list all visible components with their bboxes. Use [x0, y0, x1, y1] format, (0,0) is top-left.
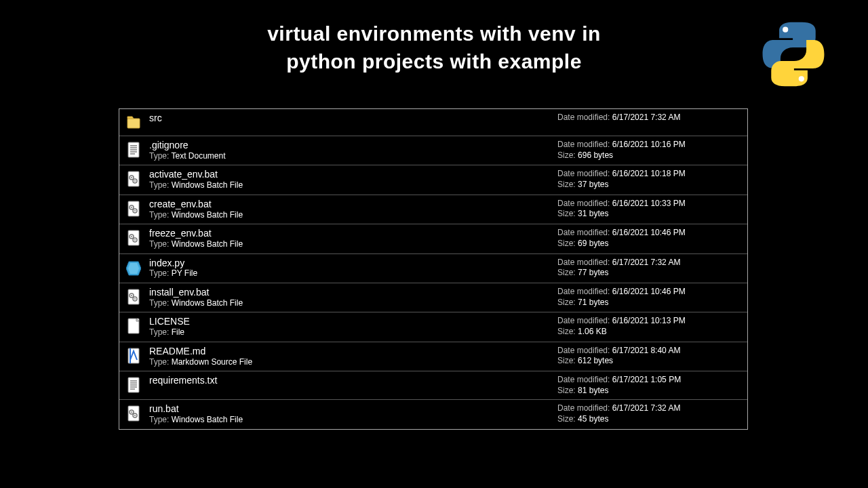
- file-name: create_env.bat: [149, 199, 557, 210]
- file-name: src: [149, 113, 557, 124]
- file-type: Type: Windows Batch File: [149, 239, 557, 250]
- md-icon: [123, 346, 144, 365]
- file-type: Type: File: [149, 327, 557, 338]
- file-row[interactable]: requirements.txtDate modified: 6/17/2021…: [119, 371, 747, 400]
- batch-icon: [123, 403, 144, 422]
- file-meta: Date modified: 6/16/2021 10:46 PMSize: 6…: [557, 228, 741, 249]
- file-meta: Date modified: 6/17/2021 7:32 AM: [557, 113, 741, 123]
- file-size: Size: 77 bytes: [557, 268, 741, 279]
- file-name-cell: src: [144, 113, 557, 124]
- file-meta: Date modified: 6/16/2021 10:33 PMSize: 3…: [557, 199, 741, 220]
- file-name: install_env.bat: [149, 287, 557, 298]
- file-icon: [123, 316, 144, 335]
- file-type: Type: PY File: [149, 268, 557, 279]
- file-size: Size: 612 bytes: [557, 356, 741, 367]
- file-size: Size: 696 bytes: [557, 150, 741, 161]
- file-type: Type: Windows Batch File: [149, 210, 557, 221]
- file-name-cell: .gitignoreType: Text Document: [144, 140, 557, 161]
- file-date-modified: Date modified: 6/17/2021 7:32 AM: [557, 113, 741, 123]
- file-size: Size: 45 bytes: [557, 414, 741, 425]
- file-meta: Date modified: 6/16/2021 10:13 PMSize: 1…: [557, 316, 741, 337]
- svg-point-0: [783, 27, 788, 33]
- file-row[interactable]: freeze_env.batType: Windows Batch FileDa…: [119, 224, 747, 253]
- file-name: .gitignore: [149, 140, 557, 151]
- text-icon: [123, 375, 144, 394]
- file-row[interactable]: srcDate modified: 6/17/2021 7:32 AM: [119, 109, 747, 136]
- batch-icon: [123, 287, 144, 306]
- file-row[interactable]: run.batType: Windows Batch FileDate modi…: [119, 400, 747, 428]
- folder-icon: [123, 113, 144, 131]
- svg-point-1: [799, 76, 804, 81]
- file-meta: Date modified: 6/17/2021 7:32 AMSize: 45…: [557, 403, 741, 424]
- file-date-modified: Date modified: 6/16/2021 10:18 PM: [557, 169, 741, 180]
- file-name: README.md: [149, 346, 557, 357]
- file-date-modified: Date modified: 6/16/2021 10:16 PM: [557, 140, 741, 150]
- file-name: requirements.txt: [149, 375, 557, 386]
- batch-icon: [123, 169, 144, 188]
- python-logo-icon: [760, 20, 827, 88]
- file-meta: Date modified: 6/17/2021 8:40 AMSize: 61…: [557, 346, 741, 367]
- file-date-modified: Date modified: 6/17/2021 8:40 AM: [557, 346, 741, 357]
- file-name: activate_env.bat: [149, 169, 557, 180]
- python-icon: [123, 258, 144, 277]
- file-date-modified: Date modified: 6/16/2021 10:46 PM: [557, 287, 741, 298]
- file-meta: Date modified: 6/16/2021 10:18 PMSize: 3…: [557, 169, 741, 190]
- file-name-cell: requirements.txt: [144, 375, 557, 386]
- batch-icon: [123, 228, 144, 247]
- title-line-1: virtual environments with venv in: [267, 22, 601, 45]
- file-row[interactable]: activate_env.batType: Windows Batch File…: [119, 165, 747, 195]
- file-date-modified: Date modified: 6/17/2021 7:32 AM: [557, 403, 741, 414]
- file-meta: Date modified: 6/16/2021 10:16 PMSize: 6…: [557, 140, 741, 161]
- file-name-cell: freeze_env.batType: Windows Batch File: [144, 228, 557, 249]
- file-row[interactable]: create_env.batType: Windows Batch FileDa…: [119, 195, 747, 224]
- file-name-cell: install_env.batType: Windows Batch File: [144, 287, 557, 308]
- file-size: Size: 31 bytes: [557, 209, 741, 220]
- file-date-modified: Date modified: 6/16/2021 10:33 PM: [557, 199, 741, 209]
- file-row[interactable]: install_env.batType: Windows Batch FileD…: [119, 283, 747, 312]
- file-name: LICENSE: [149, 316, 557, 327]
- file-size: Size: 71 bytes: [557, 298, 741, 308]
- page-title: virtual environments with venv in python…: [0, 20, 868, 75]
- file-name-cell: activate_env.batType: Windows Batch File: [144, 169, 557, 190]
- file-name: freeze_env.bat: [149, 228, 557, 239]
- file-meta: Date modified: 6/16/2021 10:46 PMSize: 7…: [557, 287, 741, 308]
- file-type: Type: Markdown Source File: [149, 357, 557, 368]
- file-name-cell: index.pyType: PY File: [144, 258, 557, 279]
- text-icon: [123, 140, 144, 159]
- file-size: Size: 37 bytes: [557, 180, 741, 190]
- file-date-modified: Date modified: 6/17/2021 7:32 AM: [557, 258, 741, 268]
- batch-icon: [123, 199, 144, 218]
- file-name: run.bat: [149, 403, 557, 415]
- file-row[interactable]: .gitignoreType: Text DocumentDate modifi…: [119, 136, 747, 165]
- file-size: Size: 81 bytes: [557, 386, 741, 396]
- file-type: Type: Windows Batch File: [149, 415, 557, 426]
- file-date-modified: Date modified: 6/16/2021 10:13 PM: [557, 316, 741, 327]
- title-line-2: python projects with example: [286, 50, 582, 73]
- file-list-panel: srcDate modified: 6/17/2021 7:32 AM.giti…: [119, 108, 748, 430]
- file-meta: Date modified: 6/17/2021 7:32 AMSize: 77…: [557, 258, 741, 279]
- file-name-cell: LICENSEType: File: [144, 316, 557, 338]
- file-meta: Date modified: 6/17/2021 1:05 PMSize: 81…: [557, 375, 741, 396]
- file-name-cell: run.batType: Windows Batch File: [144, 403, 557, 425]
- file-name-cell: README.mdType: Markdown Source File: [144, 346, 557, 367]
- file-name: index.py: [149, 258, 557, 269]
- file-name-cell: create_env.batType: Windows Batch File: [144, 199, 557, 220]
- file-date-modified: Date modified: 6/16/2021 10:46 PM: [557, 228, 741, 239]
- file-date-modified: Date modified: 6/17/2021 1:05 PM: [557, 375, 741, 386]
- file-size: Size: 1.06 KB: [557, 327, 741, 338]
- file-size: Size: 69 bytes: [557, 239, 741, 249]
- file-type: Type: Windows Batch File: [149, 180, 557, 191]
- file-row[interactable]: index.pyType: PY FileDate modified: 6/17…: [119, 254, 747, 283]
- file-row[interactable]: README.mdType: Markdown Source FileDate …: [119, 342, 747, 371]
- file-type: Type: Text Document: [149, 151, 557, 162]
- file-row[interactable]: LICENSEType: FileDate modified: 6/16/202…: [119, 312, 747, 342]
- file-type: Type: Windows Batch File: [149, 298, 557, 309]
